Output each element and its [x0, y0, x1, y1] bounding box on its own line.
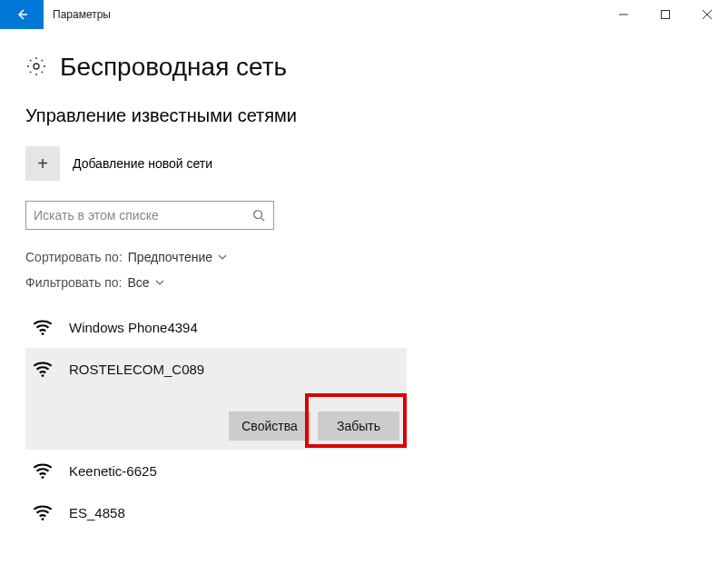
- network-item[interactable]: ROSTELECOM_C089: [25, 348, 407, 390]
- back-button[interactable]: [0, 0, 44, 29]
- search-box[interactable]: [25, 201, 274, 230]
- network-item-selected: ROSTELECOM_C089 Свойства Забыть: [25, 348, 407, 450]
- sort-label: Сортировать по:: [25, 250, 123, 264]
- search-icon[interactable]: [244, 209, 273, 222]
- arrow-left-icon: [15, 7, 29, 22]
- svg-line-6: [261, 218, 265, 222]
- svg-point-4: [34, 64, 39, 69]
- section-title: Управление известными сетями: [25, 105, 703, 126]
- sort-row[interactable]: Сортировать по: Предпочтение: [25, 250, 703, 264]
- maximize-button[interactable]: [644, 0, 686, 29]
- chevron-down-icon: [218, 253, 227, 262]
- page-title: Беспроводная сеть: [60, 53, 287, 82]
- svg-rect-1: [662, 11, 670, 19]
- network-list: Windows Phone4394 ROSTELECOM_C089 Свойст…: [25, 306, 703, 533]
- close-button[interactable]: [686, 0, 728, 29]
- add-network-row[interactable]: + Добавление новой сети: [25, 146, 703, 181]
- wifi-icon: [31, 357, 54, 381]
- network-name: ROSTELECOM_C089: [69, 362, 204, 377]
- gear-icon: [25, 55, 47, 80]
- page-header: Беспроводная сеть: [25, 53, 703, 82]
- window-title: Параметры: [44, 0, 111, 29]
- network-item[interactable]: Windows Phone4394: [25, 306, 407, 348]
- titlebar: Параметры: [0, 0, 728, 29]
- network-name: Windows Phone4394: [69, 320, 198, 335]
- network-name: ES_4858: [69, 505, 125, 520]
- filter-label: Фильтровать по:: [25, 275, 122, 290]
- minimize-icon: [619, 10, 628, 19]
- filter-row[interactable]: Фильтровать по: Все: [25, 275, 703, 290]
- chevron-down-icon: [155, 278, 164, 287]
- add-network-label: Добавление новой сети: [73, 156, 212, 171]
- svg-point-8: [42, 374, 44, 377]
- minimize-button[interactable]: [603, 0, 644, 29]
- filter-value: Все: [127, 275, 149, 290]
- forget-button[interactable]: Забыть: [318, 411, 399, 441]
- svg-point-7: [42, 332, 44, 335]
- network-name: Keenetic-6625: [69, 463, 157, 479]
- search-input[interactable]: [26, 208, 244, 223]
- close-icon: [703, 10, 712, 19]
- window-controls: [603, 0, 728, 29]
- network-item[interactable]: ES_4858: [25, 491, 407, 533]
- properties-button[interactable]: Свойства: [229, 411, 310, 441]
- sort-value: Предпочтение: [128, 250, 212, 264]
- svg-point-5: [254, 211, 262, 219]
- svg-point-10: [42, 518, 44, 520]
- wifi-icon: [31, 315, 54, 339]
- plus-icon: +: [25, 146, 60, 181]
- maximize-icon: [661, 10, 670, 19]
- wifi-icon: [31, 459, 54, 482]
- svg-point-9: [42, 476, 44, 479]
- network-item[interactable]: Keenetic-6625: [25, 450, 407, 491]
- wifi-icon: [31, 501, 54, 524]
- network-actions: Свойства Забыть: [25, 390, 407, 450]
- content-area: Беспроводная сеть Управление известными …: [0, 29, 728, 533]
